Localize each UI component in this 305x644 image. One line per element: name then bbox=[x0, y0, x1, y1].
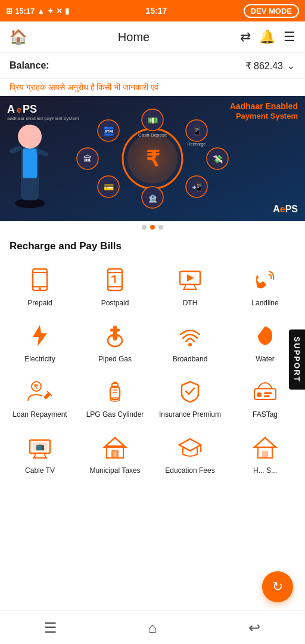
svg-rect-33 bbox=[23, 148, 37, 178]
app-header: 🏠 Home ⇄ 🔔 ☰ bbox=[0, 21, 305, 53]
aeps-banner: ₹ 💵 Cash Deposit 📱 Recharge 💸 📲 🏦 💳 bbox=[0, 96, 305, 221]
carousel-dot-3[interactable] bbox=[158, 225, 163, 230]
house-label: H... S... bbox=[253, 466, 277, 476]
house-icon bbox=[250, 432, 281, 463]
prepaid-icon bbox=[24, 264, 55, 295]
svg-text:Aadhaar Enabled: Aadhaar Enabled bbox=[230, 101, 298, 111]
svg-point-39 bbox=[39, 287, 41, 290]
balance-label: Balance: bbox=[10, 60, 49, 71]
balance-value: ₹ 862.43 bbox=[245, 60, 283, 72]
loan-label: Loan Repayment bbox=[13, 410, 67, 420]
svg-point-53 bbox=[113, 326, 117, 329]
electricity-label: Electricity bbox=[24, 355, 55, 364]
insurance-label: Insurance Premium bbox=[159, 410, 221, 420]
svg-text:📱: 📱 bbox=[192, 126, 203, 137]
service-dth[interactable]: DTH bbox=[152, 257, 228, 313]
landline-icon bbox=[250, 264, 281, 295]
support-tab[interactable]: SUPPORT bbox=[289, 330, 305, 390]
notification-icon[interactable]: 🔔 bbox=[259, 29, 275, 45]
refresh-icon: ↻ bbox=[272, 579, 283, 595]
marquee-bar: प्रिय ग्राहक आपसे अनुरोध है किसी भी जानक… bbox=[0, 79, 305, 96]
header-actions: ⇄ 🔔 ☰ bbox=[240, 29, 295, 45]
home-nav-icon[interactable]: 🏠 bbox=[10, 29, 27, 45]
signal-icon: ▲ bbox=[37, 7, 45, 16]
svg-text:₹: ₹ bbox=[146, 147, 160, 171]
svg-text:💵: 💵 bbox=[148, 116, 158, 126]
svg-marker-49 bbox=[187, 274, 194, 281]
municipal-icon bbox=[99, 432, 130, 463]
service-lpg[interactable]: LPG Gas Cylinder bbox=[77, 369, 152, 425]
water-icon bbox=[250, 320, 281, 351]
svg-text:PS: PS bbox=[23, 103, 37, 115]
carousel-dots bbox=[0, 221, 305, 233]
service-cable-tv[interactable]: 📺 Cable TV bbox=[2, 425, 77, 481]
bluetooth-icon: ✦ bbox=[47, 7, 54, 16]
lpg-icon bbox=[99, 376, 130, 407]
lpg-label: LPG Gas Cylinder bbox=[86, 410, 144, 420]
svg-text:📲: 📲 bbox=[192, 182, 203, 193]
menu-icon[interactable]: ☰ bbox=[284, 29, 295, 45]
fastag-label: FASTag bbox=[253, 410, 278, 420]
svg-text:aadhaar enabled payment system: aadhaar enabled payment system bbox=[7, 116, 79, 121]
piped-gas-icon bbox=[99, 320, 130, 351]
status-bar: ⊞ 15:17 ▲ ✦ ✕ ▮ 15:17 DEV MODE bbox=[0, 0, 305, 21]
service-education[interactable]: Education Fees bbox=[152, 425, 228, 481]
transfer-icon[interactable]: ⇄ bbox=[240, 29, 251, 45]
dev-mode-badge: DEV MODE bbox=[244, 4, 299, 18]
fab-refresh[interactable]: ↻ bbox=[262, 571, 293, 602]
svg-rect-68 bbox=[264, 395, 270, 397]
svg-text:🏦: 🏦 bbox=[148, 194, 157, 203]
svg-text:💸: 💸 bbox=[213, 154, 223, 165]
mute-icon: ✕ bbox=[56, 7, 63, 16]
service-insurance[interactable]: Insurance Premium bbox=[152, 369, 228, 425]
cable-tv-icon: 📺 bbox=[24, 432, 55, 463]
cable-tv-label: Cable TV bbox=[25, 466, 55, 476]
carousel-dot-1[interactable] bbox=[142, 225, 147, 230]
piped-gas-label: Piped Gas bbox=[98, 355, 132, 364]
svg-point-66 bbox=[257, 392, 262, 397]
sim-icon: ⊞ bbox=[6, 7, 13, 16]
svg-text:e: e bbox=[17, 105, 21, 114]
postpaid-icon bbox=[99, 264, 130, 295]
svg-text:A: A bbox=[7, 103, 15, 115]
loan-icon: ₹ bbox=[24, 376, 55, 407]
svg-text:🏛: 🏛 bbox=[83, 154, 92, 164]
svg-rect-77 bbox=[112, 451, 118, 458]
status-time-center: 15:17 bbox=[145, 6, 167, 16]
postpaid-label: Postpaid bbox=[101, 299, 129, 308]
svg-text:Payment System: Payment System bbox=[236, 112, 298, 120]
page-title: Home bbox=[118, 30, 150, 44]
landline-label: Landline bbox=[251, 299, 278, 308]
prepaid-label: Prepaid bbox=[27, 299, 52, 308]
svg-rect-82 bbox=[262, 451, 268, 458]
main-content: ⊞ 15:17 ▲ ✦ ✕ ▮ 15:17 DEV MODE 🏠 Home ⇄ … bbox=[0, 0, 305, 528]
back-icon: ↩ bbox=[248, 620, 260, 636]
svg-rect-67 bbox=[264, 392, 272, 394]
fastag-icon bbox=[250, 376, 281, 407]
balance-amount[interactable]: ₹ 862.43 ⌄ bbox=[245, 59, 295, 72]
svg-rect-61 bbox=[113, 382, 117, 384]
service-prepaid[interactable]: Prepaid bbox=[2, 257, 77, 313]
dth-icon bbox=[175, 264, 206, 295]
carousel-dot-2[interactable] bbox=[150, 225, 155, 230]
dth-label: DTH bbox=[183, 299, 198, 308]
service-postpaid[interactable]: Postpaid bbox=[77, 257, 152, 313]
svg-rect-51 bbox=[113, 331, 117, 340]
svg-text:🏧: 🏧 bbox=[104, 126, 114, 137]
service-loan[interactable]: ₹ Loan Repayment bbox=[2, 369, 77, 425]
svg-marker-80 bbox=[254, 438, 276, 447]
service-house[interactable]: H... S... bbox=[228, 425, 303, 481]
nav-menu[interactable]: ☰ bbox=[0, 611, 102, 644]
svg-text:📺: 📺 bbox=[36, 442, 45, 451]
service-electricity[interactable]: Electricity bbox=[2, 313, 77, 369]
bottom-navigation: ☰ ⌂ ↩ bbox=[0, 611, 305, 644]
insurance-icon bbox=[175, 376, 206, 407]
service-piped-gas[interactable]: Piped Gas bbox=[77, 313, 152, 369]
service-broadband[interactable]: Broadband bbox=[152, 313, 228, 369]
services-section: Recharge and Pay Bills SUPPORT Prepaid P… bbox=[0, 233, 305, 486]
service-municipal[interactable]: Municipal Taxes bbox=[77, 425, 152, 481]
nav-back[interactable]: ↩ bbox=[203, 611, 305, 644]
svg-point-55 bbox=[188, 343, 192, 346]
service-landline[interactable]: Landline bbox=[228, 257, 303, 313]
nav-home[interactable]: ⌂ bbox=[102, 611, 204, 644]
